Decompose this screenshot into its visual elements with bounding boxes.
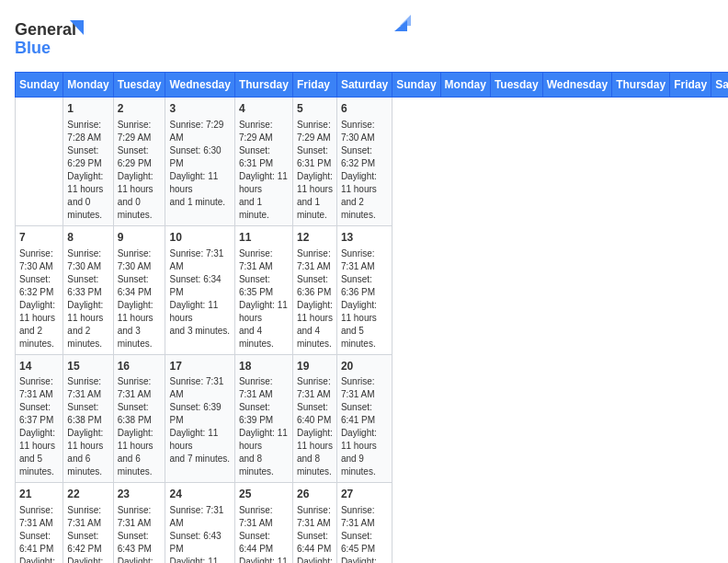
calendar-cell: 19Sunrise: 7:31 AM Sunset: 6:40 PM Dayli… — [292, 354, 336, 483]
calendar-cell: 21Sunrise: 7:31 AM Sunset: 6:41 PM Dayli… — [16, 483, 63, 563]
day-number: 4 — [239, 101, 289, 117]
day-info: Sunrise: 7:31 AM Sunset: 6:40 PM Dayligh… — [297, 375, 333, 478]
weekday-header-sunday: Sunday — [392, 73, 440, 98]
day-info: Sunrise: 7:31 AM Sunset: 6:44 PM Dayligh… — [239, 504, 289, 563]
calendar-cell: 8Sunrise: 7:30 AM Sunset: 6:33 PM Daylig… — [63, 225, 113, 354]
day-info: Sunrise: 7:29 AM Sunset: 6:31 PM Dayligh… — [297, 119, 333, 222]
day-number: 18 — [239, 359, 289, 374]
day-info: Sunrise: 7:31 AM Sunset: 6:41 PM Dayligh… — [19, 504, 59, 563]
day-number: 25 — [239, 487, 289, 502]
day-number: 22 — [67, 487, 108, 502]
calendar-week-row: 21Sunrise: 7:31 AM Sunset: 6:41 PM Dayli… — [16, 483, 729, 563]
calendar-cell: 26Sunrise: 7:31 AM Sunset: 6:44 PM Dayli… — [292, 483, 336, 563]
day-info: Sunrise: 7:31 AM Sunset: 6:35 PM Dayligh… — [239, 247, 289, 350]
day-number: 5 — [297, 101, 333, 117]
day-info: Sunrise: 7:31 AM Sunset: 6:44 PM Dayligh… — [297, 504, 333, 563]
day-number: 21 — [19, 487, 59, 502]
weekday-header-tuesday: Tuesday — [490, 73, 542, 98]
svg-text:General: General — [15, 20, 76, 39]
logo-triangle-icon — [391, 15, 411, 35]
day-info: Sunrise: 7:30 AM Sunset: 6:33 PM Dayligh… — [67, 247, 108, 350]
day-info: Sunrise: 7:31 AM Sunset: 6:39 PM Dayligh… — [169, 375, 230, 465]
weekday-header-tuesday: Tuesday — [113, 73, 165, 98]
weekday-header-saturday: Saturday — [711, 73, 728, 98]
day-info: Sunrise: 7:29 AM Sunset: 6:29 PM Dayligh… — [118, 119, 162, 222]
day-info: Sunrise: 7:31 AM Sunset: 6:36 PM Dayligh… — [341, 247, 388, 350]
calendar-cell: 25Sunrise: 7:31 AM Sunset: 6:44 PM Dayli… — [234, 483, 292, 563]
weekday-header-sunday: Sunday — [16, 73, 63, 98]
logo-blue-text — [389, 15, 413, 33]
day-info: Sunrise: 7:31 AM Sunset: 6:43 PM Dayligh… — [118, 504, 162, 563]
calendar-cell: 3Sunrise: 7:29 AM Sunset: 6:30 PM Daylig… — [165, 98, 234, 226]
calendar-cell: 2Sunrise: 7:29 AM Sunset: 6:29 PM Daylig… — [113, 98, 165, 226]
calendar-cell: 7Sunrise: 7:30 AM Sunset: 6:32 PM Daylig… — [16, 225, 63, 354]
weekday-header-wednesday: Wednesday — [165, 73, 234, 98]
day-info: Sunrise: 7:30 AM Sunset: 6:32 PM Dayligh… — [19, 247, 59, 350]
day-number: 9 — [118, 230, 162, 246]
day-number: 27 — [341, 487, 388, 502]
calendar-week-row: 1Sunrise: 7:28 AM Sunset: 6:29 PM Daylig… — [16, 98, 729, 226]
day-info: Sunrise: 7:31 AM Sunset: 6:38 PM Dayligh… — [67, 375, 108, 478]
calendar-cell: 17Sunrise: 7:31 AM Sunset: 6:39 PM Dayli… — [165, 354, 234, 483]
day-info: Sunrise: 7:31 AM Sunset: 6:45 PM Dayligh… — [341, 504, 388, 563]
day-number: 24 — [169, 487, 230, 502]
day-number: 16 — [118, 359, 162, 374]
calendar-cell: 18Sunrise: 7:31 AM Sunset: 6:39 PM Dayli… — [234, 354, 292, 483]
day-number: 11 — [239, 230, 289, 246]
day-info: Sunrise: 7:31 AM Sunset: 6:34 PM Dayligh… — [169, 247, 230, 338]
day-number: 19 — [297, 359, 333, 374]
day-number: 26 — [297, 487, 333, 502]
day-number: 15 — [67, 359, 108, 374]
day-info: Sunrise: 7:31 AM Sunset: 6:39 PM Dayligh… — [239, 375, 289, 478]
day-number: 3 — [169, 101, 230, 117]
calendar-cell: 14Sunrise: 7:31 AM Sunset: 6:37 PM Dayli… — [16, 354, 63, 483]
day-number: 2 — [118, 101, 162, 117]
day-info: Sunrise: 7:31 AM Sunset: 6:38 PM Dayligh… — [118, 375, 162, 478]
svg-text:Blue: Blue — [15, 39, 51, 57]
weekday-header-thursday: Thursday — [234, 73, 292, 98]
day-info: Sunrise: 7:31 AM Sunset: 6:43 PM Dayligh… — [169, 504, 230, 563]
calendar-cell — [16, 98, 63, 226]
weekday-header-monday: Monday — [440, 73, 490, 98]
calendar-cell: 23Sunrise: 7:31 AM Sunset: 6:43 PM Dayli… — [113, 483, 165, 563]
calendar-header-row: SundayMondayTuesdayWednesdayThursdayFrid… — [16, 73, 729, 98]
day-info: Sunrise: 7:30 AM Sunset: 6:34 PM Dayligh… — [118, 247, 162, 350]
weekday-header-monday: Monday — [63, 73, 113, 98]
calendar-cell: 16Sunrise: 7:31 AM Sunset: 6:38 PM Dayli… — [113, 354, 165, 483]
calendar-cell: 22Sunrise: 7:31 AM Sunset: 6:42 PM Dayli… — [63, 483, 113, 563]
calendar-table: SundayMondayTuesdayWednesdayThursdayFrid… — [15, 72, 728, 563]
calendar-cell: 15Sunrise: 7:31 AM Sunset: 6:38 PM Dayli… — [63, 354, 113, 483]
calendar-cell: 5Sunrise: 7:29 AM Sunset: 6:31 PM Daylig… — [292, 98, 336, 226]
logo-wordmark — [389, 15, 413, 35]
day-number: 10 — [169, 230, 230, 246]
day-info: Sunrise: 7:31 AM Sunset: 6:37 PM Dayligh… — [19, 375, 59, 478]
logo-svg: GeneralBlue — [15, 15, 88, 61]
day-info: Sunrise: 7:31 AM Sunset: 6:42 PM Dayligh… — [67, 504, 108, 563]
day-info: Sunrise: 7:29 AM Sunset: 6:30 PM Dayligh… — [169, 119, 230, 209]
day-number: 20 — [341, 359, 388, 374]
weekday-header-thursday: Thursday — [612, 73, 670, 98]
day-info: Sunrise: 7:30 AM Sunset: 6:32 PM Dayligh… — [341, 119, 388, 222]
logo: GeneralBlue — [15, 15, 88, 61]
calendar-cell: 6Sunrise: 7:30 AM Sunset: 6:32 PM Daylig… — [336, 98, 392, 226]
calendar-cell: 27Sunrise: 7:31 AM Sunset: 6:45 PM Dayli… — [336, 483, 392, 563]
day-number: 8 — [67, 230, 108, 246]
day-number: 13 — [341, 230, 388, 246]
calendar-cell: 13Sunrise: 7:31 AM Sunset: 6:36 PM Dayli… — [336, 225, 392, 354]
day-info: Sunrise: 7:31 AM Sunset: 6:41 PM Dayligh… — [341, 375, 388, 478]
calendar-cell: 4Sunrise: 7:29 AM Sunset: 6:31 PM Daylig… — [234, 98, 292, 226]
day-number: 12 — [297, 230, 333, 246]
calendar-week-row: 14Sunrise: 7:31 AM Sunset: 6:37 PM Dayli… — [16, 354, 729, 483]
calendar-cell: 10Sunrise: 7:31 AM Sunset: 6:34 PM Dayli… — [165, 225, 234, 354]
page-header: GeneralBlue — [15, 15, 713, 61]
weekday-header-wednesday: Wednesday — [542, 73, 611, 98]
day-number: 7 — [19, 230, 59, 246]
day-number: 23 — [118, 487, 162, 502]
calendar-cell: 1Sunrise: 7:28 AM Sunset: 6:29 PM Daylig… — [63, 98, 113, 226]
calendar-cell: 11Sunrise: 7:31 AM Sunset: 6:35 PM Dayli… — [234, 225, 292, 354]
svg-marker-4 — [400, 15, 411, 26]
calendar-cell: 9Sunrise: 7:30 AM Sunset: 6:34 PM Daylig… — [113, 225, 165, 354]
weekday-header-friday: Friday — [292, 73, 336, 98]
day-number: 6 — [341, 101, 388, 117]
day-info: Sunrise: 7:28 AM Sunset: 6:29 PM Dayligh… — [67, 119, 108, 222]
